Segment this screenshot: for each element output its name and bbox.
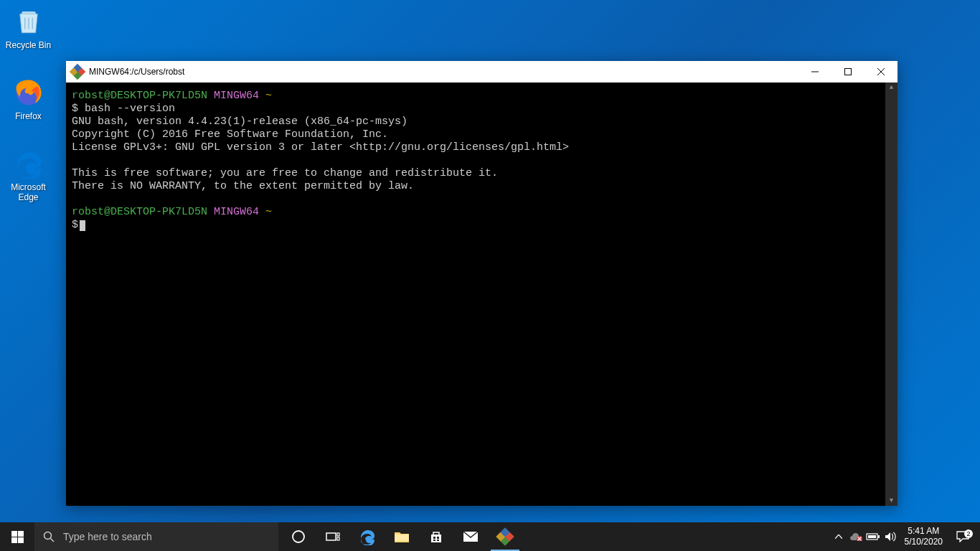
desktop-icon-label: Microsoft Edge bbox=[1, 182, 55, 202]
onedrive-icon bbox=[849, 532, 862, 541]
svg-rect-14 bbox=[337, 537, 339, 540]
svg-rect-17 bbox=[433, 540, 435, 541]
maximize-button[interactable] bbox=[831, 61, 864, 83]
search-input[interactable]: Type here to search bbox=[34, 522, 278, 551]
svg-rect-6 bbox=[18, 531, 24, 537]
svg-rect-24 bbox=[878, 535, 880, 538]
prompt-env: MINGW64 bbox=[214, 206, 259, 218]
tray-chevron-up[interactable] bbox=[830, 522, 847, 551]
svg-rect-5 bbox=[11, 531, 17, 537]
prompt-user: robst@DESKTOP-PK7LD5N bbox=[72, 90, 207, 102]
prompt-path: ~ bbox=[265, 206, 272, 218]
prompt-env: MINGW64 bbox=[214, 90, 259, 102]
clock-date: 5/10/2020 bbox=[905, 537, 943, 547]
task-view-button[interactable] bbox=[316, 522, 350, 551]
prompt-user: robst@DESKTOP-PK7LD5N bbox=[72, 206, 207, 218]
svg-rect-16 bbox=[437, 537, 439, 539]
taskbar-app-edge[interactable] bbox=[350, 522, 385, 551]
svg-rect-15 bbox=[433, 537, 435, 539]
svg-point-11 bbox=[293, 531, 304, 542]
start-button[interactable] bbox=[0, 522, 34, 551]
taskbar-app-mail[interactable] bbox=[453, 522, 488, 551]
volume-icon bbox=[885, 532, 896, 542]
tray-clock[interactable]: 5:41 AM 5/10/2020 bbox=[899, 526, 948, 547]
recycle-bin-icon bbox=[11, 4, 46, 39]
terminal-line: There is NO WARRANTY, to the extent perm… bbox=[72, 180, 892, 193]
terminal-window: MINGW64:/c/Users/robst robst@DESKTOP-PK7… bbox=[66, 61, 897, 506]
svg-rect-18 bbox=[437, 540, 439, 541]
clock-time: 5:41 AM bbox=[905, 526, 943, 537]
svg-point-9 bbox=[44, 532, 52, 540]
taskbar-app-store[interactable] bbox=[419, 522, 453, 551]
git-bash-icon bbox=[70, 65, 85, 79]
svg-rect-2 bbox=[845, 69, 852, 75]
minimize-button[interactable] bbox=[798, 61, 831, 83]
svg-rect-13 bbox=[337, 533, 339, 536]
edge-icon bbox=[11, 146, 46, 181]
svg-rect-25 bbox=[868, 535, 876, 538]
scroll-up-icon[interactable]: ▲ bbox=[885, 83, 897, 93]
desktop-icon-label: Firefox bbox=[1, 111, 55, 121]
close-button[interactable] bbox=[864, 61, 897, 83]
terminal-line: This is free software; you are free to c… bbox=[72, 167, 892, 180]
cursor bbox=[80, 220, 85, 231]
tray-volume[interactable] bbox=[882, 522, 899, 551]
firefox-icon bbox=[11, 75, 46, 110]
taskbar: Type here to search bbox=[0, 522, 980, 551]
battery-icon bbox=[866, 532, 880, 541]
action-center-button[interactable]: 2 bbox=[948, 531, 977, 542]
prompt-dollar: $ bbox=[72, 219, 78, 231]
svg-rect-8 bbox=[18, 537, 24, 543]
chevron-up-icon bbox=[835, 534, 842, 539]
edge-icon bbox=[359, 528, 376, 545]
window-title: MINGW64:/c/Users/robst bbox=[89, 67, 798, 77]
terminal-line: GNU bash, version 4.4.23(1)-release (x86… bbox=[72, 116, 892, 128]
store-icon bbox=[429, 529, 443, 544]
terminal-output[interactable]: robst@DESKTOP-PK7LD5N MINGW64 ~ $ bash -… bbox=[66, 83, 897, 506]
prompt-path: ~ bbox=[265, 90, 272, 102]
svg-rect-12 bbox=[326, 533, 336, 540]
terminal-line: Copyright (C) 2016 Free Software Foundat… bbox=[72, 128, 892, 141]
scroll-down-icon[interactable]: ▼ bbox=[885, 496, 897, 506]
mail-icon bbox=[463, 531, 479, 542]
search-placeholder: Type here to search bbox=[63, 531, 152, 542]
folder-icon bbox=[394, 530, 410, 543]
taskbar-app-git-bash[interactable] bbox=[488, 522, 522, 551]
svg-rect-7 bbox=[11, 537, 17, 543]
scrollbar[interactable]: ▲ ▼ bbox=[885, 83, 897, 506]
cortana-icon bbox=[291, 529, 306, 544]
search-icon bbox=[43, 531, 55, 542]
desktop-icon-firefox[interactable]: Firefox bbox=[1, 75, 55, 121]
titlebar[interactable]: MINGW64:/c/Users/robst bbox=[66, 61, 897, 83]
notification-badge: 2 bbox=[964, 529, 973, 538]
tray-battery[interactable] bbox=[864, 522, 882, 551]
desktop-icon-recycle-bin[interactable]: Recycle Bin bbox=[1, 4, 55, 50]
desktop-icon-label: Recycle Bin bbox=[1, 40, 55, 50]
tray-onedrive[interactable] bbox=[847, 522, 864, 551]
desktop-icon-edge[interactable]: Microsoft Edge bbox=[1, 146, 55, 202]
terminal-line: License GPLv3+: GNU GPL version 3 or lat… bbox=[72, 141, 892, 154]
taskbar-app-explorer[interactable] bbox=[385, 522, 419, 551]
task-view-icon bbox=[326, 531, 340, 542]
terminal-command: $ bash --version bbox=[72, 103, 892, 116]
windows-icon bbox=[11, 531, 24, 543]
cortana-button[interactable] bbox=[281, 522, 316, 551]
svg-line-10 bbox=[51, 539, 55, 542]
git-bash-icon bbox=[497, 529, 513, 545]
